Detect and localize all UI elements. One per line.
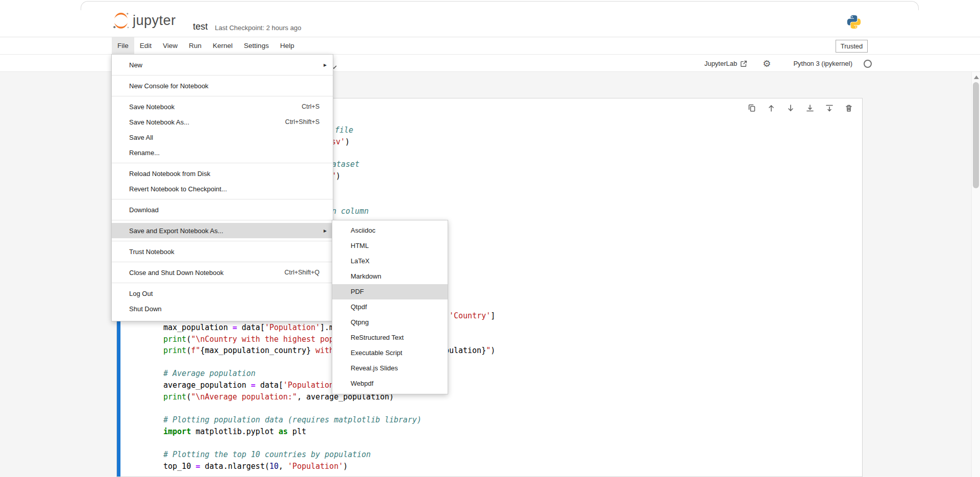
file-menu-item[interactable]: Revert Notebook to Checkpoint...	[112, 181, 333, 196]
menu-item-label: New	[129, 61, 142, 69]
python-logo	[846, 14, 862, 32]
jupyterlab-link[interactable]: JupyterLab	[704, 60, 737, 67]
export-submenu: AsciidocHTMLLaTeXMarkdownPDFQtpdfQtpngRe…	[332, 220, 448, 394]
export-menu-item[interactable]: ReStructured Text	[332, 330, 448, 345]
trusted-button[interactable]: Trusted	[836, 40, 868, 53]
toolbar-right-group: JupyterLab ⚙ Python 3 (ipykernel)	[704, 55, 872, 72]
menu-item-label: Close and Shut Down Notebook	[129, 269, 224, 277]
submenu-arrow-icon: ▸	[324, 61, 327, 68]
delete-cell-button[interactable]	[842, 102, 855, 115]
move-cell-up-button[interactable]	[765, 102, 778, 115]
export-menu-item[interactable]: PDF	[332, 284, 448, 299]
menu-bar-items: FileEditViewRunKernelSettingsHelp	[112, 37, 300, 54]
file-menu-item[interactable]: New Console for Notebook	[112, 78, 333, 93]
export-menu-item[interactable]: Markdown	[332, 269, 448, 284]
gear-icon[interactable]: ⚙	[763, 58, 771, 69]
menu-item-label: Trust Notebook	[129, 248, 174, 256]
file-menu-item[interactable]: Save All	[112, 130, 333, 145]
kernel-name-button[interactable]: Python 3 (ipykernel)	[793, 60, 852, 67]
notebook-title[interactable]: test	[193, 21, 208, 32]
menu-help[interactable]: Help	[275, 37, 300, 54]
menu-separator	[112, 262, 333, 262]
file-menu-item[interactable]: Shut Down	[112, 301, 333, 316]
menu-item-label: Download	[129, 206, 159, 214]
external-link-icon[interactable]	[740, 60, 747, 67]
menu-separator	[112, 75, 333, 76]
menu-item-label: Log Out	[129, 290, 153, 297]
menu-item-label: Save All	[129, 134, 153, 141]
file-menu-item[interactable]: Save NotebookCtrl+S	[112, 99, 333, 114]
menu-item-label: Rename...	[129, 149, 160, 157]
menu-kernel[interactable]: Kernel	[207, 37, 238, 54]
export-menu-item[interactable]: Qtpdf	[332, 299, 448, 315]
file-menu: New▸New Console for NotebookSave Noteboo…	[111, 54, 333, 321]
file-menu-item[interactable]: Save and Export Notebook As...▸	[112, 223, 333, 238]
file-menu-item[interactable]: Close and Shut Down NotebookCtrl+Shift+Q	[112, 265, 333, 280]
menu-item-label: Save Notebook	[129, 103, 175, 111]
file-menu-item[interactable]: Download	[112, 202, 333, 217]
checkpoint-status: Last Checkpoint: 2 hours ago	[215, 24, 301, 32]
menu-item-label: Shut Down	[129, 305, 162, 313]
menu-item-shortcut: Ctrl+Shift+Q	[284, 269, 320, 276]
menu-item-label: Revert Notebook to Checkpoint...	[129, 185, 227, 193]
menu-separator	[112, 163, 333, 163]
export-menu-item[interactable]: Reveal.js Slides	[332, 361, 448, 376]
file-menu-item[interactable]: Reload Notebook from Disk	[112, 166, 333, 181]
cell-toolbar	[745, 102, 855, 115]
menu-separator	[112, 241, 333, 241]
file-menu-item[interactable]: Rename...	[112, 145, 333, 160]
file-menu-item[interactable]: Save Notebook As...Ctrl+Shift+S	[112, 114, 333, 130]
jupyter-logo[interactable]: jupyter	[112, 11, 176, 30]
scrollbar-track[interactable]	[971, 72, 980, 477]
export-menu-item[interactable]: Executable Script	[332, 345, 448, 361]
menu-separator	[112, 96, 333, 96]
export-menu-item[interactable]: LaTeX	[332, 254, 448, 269]
menu-item-shortcut: Ctrl+S	[302, 103, 320, 110]
export-menu-item[interactable]: Qtpng	[332, 315, 448, 330]
export-menu-item[interactable]: Webpdf	[332, 376, 448, 391]
file-menu-item[interactable]: Log Out	[112, 286, 333, 301]
menu-separator	[112, 283, 333, 283]
export-menu-item[interactable]: HTML	[332, 238, 448, 254]
insert-cell-above-button[interactable]	[803, 102, 817, 115]
notebook-header: jupyter test Last Checkpoint: 2 hours ag…	[0, 0, 980, 37]
menu-item-label: Save Notebook As...	[129, 118, 189, 126]
menu-separator	[112, 199, 333, 199]
move-cell-down-button[interactable]	[784, 102, 797, 115]
scrollbar-thumb[interactable]	[973, 82, 979, 188]
jupyter-logo-icon	[112, 11, 130, 30]
file-menu-item[interactable]: New▸	[112, 57, 333, 72]
python-logo-icon	[846, 14, 862, 30]
kernel-status-icon	[864, 60, 872, 68]
menu-item-label: New Console for Notebook	[129, 82, 208, 90]
duplicate-cell-button[interactable]	[745, 102, 758, 115]
menu-item-shortcut: Ctrl+Shift+S	[285, 118, 320, 125]
export-menu-item[interactable]: Asciidoc	[332, 223, 448, 238]
menu-edit[interactable]: Edit	[134, 37, 157, 54]
file-menu-item[interactable]: Trust Notebook	[112, 244, 333, 259]
menu-bar: FileEditViewRunKernelSettingsHelp Truste…	[0, 37, 980, 55]
menu-separator	[112, 220, 333, 220]
menu-file[interactable]: File	[112, 37, 134, 54]
scrollbar-up-arrow-icon[interactable]	[974, 76, 979, 79]
submenu-arrow-icon: ▸	[324, 227, 327, 234]
insert-cell-below-button[interactable]	[823, 102, 836, 115]
menu-item-label: Reload Notebook from Disk	[129, 170, 210, 178]
menu-settings[interactable]: Settings	[238, 37, 275, 54]
jupyter-wordmark: jupyter	[133, 11, 176, 30]
menu-view[interactable]: View	[157, 37, 183, 54]
menu-item-label: Save and Export Notebook As...	[129, 227, 223, 235]
menu-run[interactable]: Run	[183, 37, 207, 54]
